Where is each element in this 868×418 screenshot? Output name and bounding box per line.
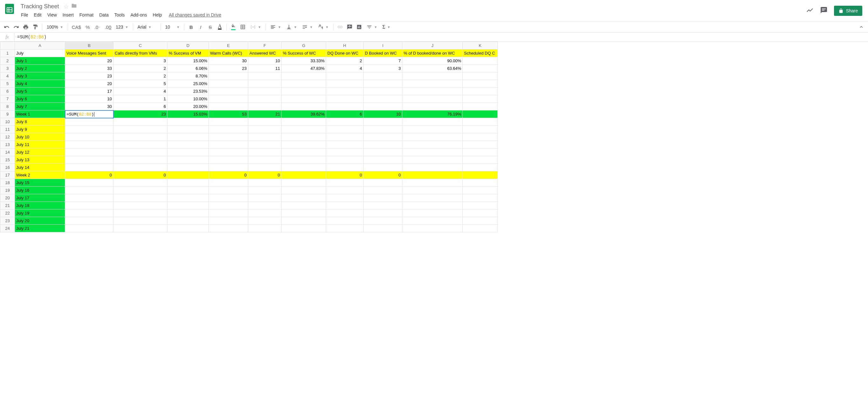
cell[interactable]	[167, 217, 209, 225]
cell[interactable]: 0	[364, 171, 402, 179]
cell[interactable]	[114, 179, 167, 187]
cell[interactable]: July 12	[15, 148, 65, 156]
row-header[interactable]: 10	[0, 118, 15, 126]
cell[interactable]	[209, 80, 248, 88]
cell[interactable]	[65, 164, 114, 171]
cell[interactable]: July 2	[15, 65, 65, 72]
cell[interactable]	[326, 72, 364, 80]
col-header-E[interactable]: E	[209, 42, 248, 49]
cell[interactable]	[167, 118, 209, 126]
cell[interactable]: 90.00%	[402, 57, 463, 65]
cell[interactable]: 47.83%	[282, 65, 326, 72]
cell[interactable]	[209, 103, 248, 110]
row-header[interactable]: 1	[0, 49, 15, 57]
cell[interactable]	[463, 103, 498, 110]
cell[interactable]	[402, 156, 463, 164]
cell[interactable]	[209, 179, 248, 187]
halign-button[interactable]: ▼	[268, 24, 283, 31]
cell[interactable]: July 17	[15, 194, 65, 202]
cell[interactable]: 4	[326, 65, 364, 72]
cell[interactable]: July 6	[15, 95, 65, 103]
cell[interactable]	[282, 88, 326, 95]
cell[interactable]	[209, 194, 248, 202]
cell[interactable]	[65, 225, 114, 232]
cell[interactable]	[364, 217, 402, 225]
cell[interactable]	[326, 187, 364, 194]
row-header[interactable]: 18	[0, 179, 15, 187]
cell[interactable]	[114, 217, 167, 225]
cell[interactable]: Calls directly from VMs	[114, 49, 167, 57]
cell[interactable]	[282, 80, 326, 88]
cell[interactable]: 0	[326, 171, 364, 179]
cell[interactable]	[209, 95, 248, 103]
formula-input[interactable]: =SUM(B2:B8)	[14, 33, 868, 41]
fx-label[interactable]: fx	[0, 33, 14, 41]
cell[interactable]	[114, 126, 167, 133]
cell[interactable]	[364, 225, 402, 232]
row-header[interactable]: 2	[0, 57, 15, 65]
strikethrough-button[interactable]: S	[206, 23, 214, 31]
cell[interactable]	[114, 225, 167, 232]
cell[interactable]	[248, 217, 282, 225]
cell[interactable]	[326, 164, 364, 171]
cell[interactable]	[326, 194, 364, 202]
cell[interactable]	[248, 209, 282, 217]
cell[interactable]: July 4	[15, 80, 65, 88]
cell[interactable]	[282, 95, 326, 103]
col-header-C[interactable]: C	[114, 42, 167, 49]
row-header[interactable]: 15	[0, 156, 15, 164]
cell[interactable]: July 9	[15, 126, 65, 133]
folder-icon[interactable]	[71, 3, 77, 10]
link-button[interactable]	[336, 23, 344, 31]
menu-tools[interactable]: Tools	[112, 11, 127, 19]
cell[interactable]	[282, 164, 326, 171]
cell[interactable]	[326, 209, 364, 217]
cell[interactable]: 15.03%	[167, 110, 209, 118]
cell[interactable]	[65, 148, 114, 156]
cell[interactable]	[402, 103, 463, 110]
cell[interactable]: % Success of WC	[282, 49, 326, 57]
cell[interactable]	[402, 118, 463, 126]
cell[interactable]	[248, 80, 282, 88]
cell[interactable]	[463, 95, 498, 103]
cell[interactable]	[463, 194, 498, 202]
cell[interactable]	[326, 103, 364, 110]
cell[interactable]	[167, 194, 209, 202]
star-icon[interactable]: ☆	[64, 3, 69, 10]
cell[interactable]	[463, 126, 498, 133]
col-header-D[interactable]: D	[167, 42, 209, 49]
col-header-G[interactable]: G	[282, 42, 326, 49]
cell[interactable]	[463, 179, 498, 187]
cell[interactable]	[463, 187, 498, 194]
cell[interactable]	[402, 171, 463, 179]
redo-button[interactable]	[12, 23, 20, 31]
font-select[interactable]: Arial▼	[136, 24, 158, 30]
menu-view[interactable]: View	[45, 11, 59, 19]
doc-title[interactable]: Tracking Sheet	[19, 3, 61, 10]
col-header-A[interactable]: A	[15, 42, 65, 49]
cell[interactable]	[248, 179, 282, 187]
cell[interactable]	[209, 217, 248, 225]
cell[interactable]: 0	[114, 171, 167, 179]
col-header-F[interactable]: F	[248, 42, 282, 49]
undo-button[interactable]	[3, 23, 11, 31]
cell[interactable]	[402, 126, 463, 133]
row-header[interactable]: 21	[0, 202, 15, 209]
cell[interactable]	[364, 179, 402, 187]
cell[interactable]	[402, 179, 463, 187]
cell[interactable]	[463, 72, 498, 80]
cell[interactable]	[326, 88, 364, 95]
menu-addons[interactable]: Add-ons	[128, 11, 149, 19]
cell[interactable]	[248, 141, 282, 148]
cell[interactable]: ?=SUM(B2:B8)	[65, 110, 114, 118]
print-button[interactable]	[22, 23, 30, 31]
cell[interactable]: July 3	[15, 72, 65, 80]
cell[interactable]	[364, 103, 402, 110]
cell[interactable]: Week 2	[15, 171, 65, 179]
row-header[interactable]: 24	[0, 225, 15, 232]
cell[interactable]: July 19	[15, 209, 65, 217]
cell[interactable]	[114, 141, 167, 148]
cell[interactable]	[402, 72, 463, 80]
cell[interactable]: 21	[248, 110, 282, 118]
cell[interactable]: 10	[248, 57, 282, 65]
